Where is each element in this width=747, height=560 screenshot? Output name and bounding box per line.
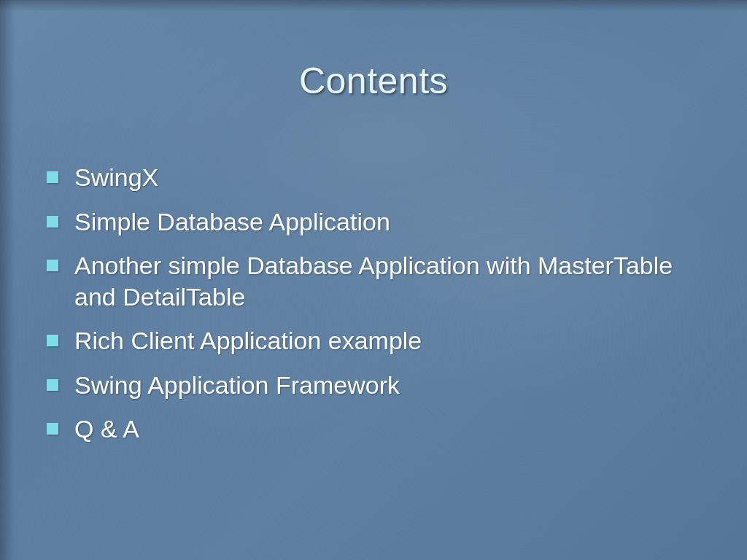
list-item: Another simple Database Application with… — [47, 250, 718, 312]
bullet-text: Rich Client Application example — [74, 325, 422, 357]
slide-content: SwingX Simple Database Application Anoth… — [47, 162, 718, 458]
square-bullet-icon — [47, 423, 58, 435]
square-bullet-icon — [47, 379, 58, 391]
bullet-text: Q & A — [74, 413, 139, 445]
list-item: Simple Database Application — [47, 206, 718, 238]
list-item: Rich Client Application example — [47, 325, 718, 357]
list-item: Swing Application Framework — [47, 370, 718, 401]
list-item: SwingX — [47, 162, 718, 193]
bullet-text: Simple Database Application — [74, 206, 390, 238]
bullet-text: Another simple Database Application with… — [74, 250, 718, 312]
square-bullet-icon — [47, 171, 58, 183]
list-item: Q & A — [47, 413, 718, 445]
square-bullet-icon — [47, 335, 58, 346]
slide-title: Contents — [0, 60, 747, 102]
square-bullet-icon — [47, 216, 58, 228]
bullet-text: SwingX — [74, 162, 158, 193]
square-bullet-icon — [47, 260, 58, 271]
bullet-text: Swing Application Framework — [74, 370, 400, 401]
slide-container: Contents SwingX Simple Database Applicat… — [0, 0, 747, 560]
